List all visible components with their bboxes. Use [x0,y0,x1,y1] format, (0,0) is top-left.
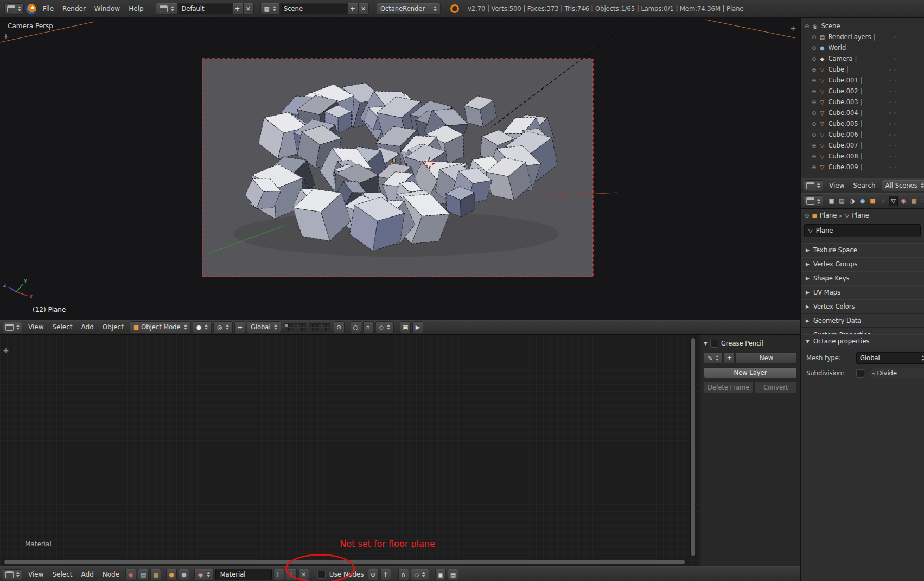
properties-tab[interactable]: + [878,196,888,206]
menu-item[interactable]: Object [98,323,128,331]
delete-scene-button[interactable]: × [358,3,369,15]
compositing-nodes-tab[interactable]: ▤ [138,569,149,580]
region-expand-icon[interactable]: + [3,347,9,354]
expander-icon[interactable] [805,22,809,30]
panel-header[interactable]: ▶ Shape Keys [801,271,924,285]
editor-type-button-info[interactable] [4,3,24,15]
layers-widget[interactable] [285,323,330,331]
editor-type-button-3d-view[interactable] [3,322,22,333]
shader-nodes-tab[interactable]: ◉ [125,569,136,580]
properties-tab[interactable]: ▣ [827,196,836,206]
octane-panel-header[interactable]: ▼ Octane properties [801,334,924,348]
render-engine-dropdown[interactable]: OctaneRender [377,3,441,15]
mesh-type-dropdown[interactable]: Global [856,352,924,364]
panel-header[interactable]: ▶ Vertex Groups [801,257,924,271]
expander-icon[interactable] [812,98,816,106]
layers-grid-1[interactable] [285,323,306,331]
menu-item[interactable]: Select [48,571,77,578]
panel-header[interactable]: ▶ Texture Space [801,243,924,257]
outliner-row[interactable]: Cube.007 | [802,140,923,151]
outliner-row[interactable]: World [802,42,923,53]
transform-orientation-dropdown[interactable]: Global [247,321,281,333]
expander-icon[interactable] [812,76,816,84]
outliner-row[interactable]: RenderLayers | [802,31,923,42]
expander-icon[interactable] [812,131,816,138]
mode-dropdown[interactable]: ■ Object Mode [130,321,191,333]
editor-type-button-properties[interactable] [804,195,823,207]
expander-icon[interactable] [812,87,816,95]
outliner-row[interactable]: Cube.009 | [802,162,923,173]
menu-item[interactable]: Select [48,323,77,331]
material-name-field[interactable]: Material [215,569,272,580]
menu-item[interactable]: Search [849,182,880,189]
new-layer-button[interactable]: New Layer [704,367,797,378]
object-shader-toggle[interactable]: ● [166,569,177,580]
texture-nodes-tab[interactable]: ▩ [150,569,161,580]
expander-icon[interactable] [812,66,816,73]
pivot-point-dropdown[interactable]: ◎ [213,321,233,333]
datablock-name-field[interactable]: ▽ Plane [804,224,921,237]
screen-layout-browse-button[interactable] [156,3,178,15]
scene-name[interactable]: Scene [280,3,347,15]
delete-frame-button[interactable]: Delete Frame [704,381,753,393]
material-browse-button[interactable]: ◉ [194,569,214,580]
world-shader-toggle[interactable]: ● [179,569,189,580]
properties-tab[interactable]: ▽ [889,196,898,206]
properties-tab[interactable]: ▩ [909,196,919,206]
properties-tab[interactable]: ◑ [847,196,857,206]
outliner-row[interactable]: Scene [802,21,923,31]
pin-icon[interactable]: ⊙ [805,213,809,219]
expander-icon[interactable] [812,44,816,52]
editor-type-button-node[interactable] [3,569,22,580]
opengl-render-button[interactable]: ▣ [400,321,411,333]
region-expand-icon[interactable]: + [3,32,9,40]
backdrop-toggle[interactable]: ▣ [435,569,446,580]
add-screen-layout-button[interactable]: + [232,3,243,15]
manipulator-toggle[interactable]: ↔ [234,321,245,333]
layers-grid-2[interactable] [309,323,330,331]
menu-item[interactable]: View [24,323,48,331]
auto-render-toggle[interactable]: ▤ [448,569,458,580]
snap-toggle[interactable]: ∩ [363,321,374,333]
menu-item[interactable]: Node [98,571,124,578]
panel-header[interactable]: ▶ Vertex Colors [801,299,924,314]
panel-header[interactable]: ▶ UV Maps [801,285,924,299]
expander-icon[interactable] [812,109,816,117]
snap-mode-dropdown[interactable]: ◇ [411,569,429,580]
expander-icon[interactable] [812,120,816,127]
parent-node-tree-button[interactable]: ↑ [380,569,391,580]
menu-item[interactable]: Window [90,5,124,12]
viewport-shading-dropdown[interactable]: ● [193,321,212,333]
menu-item[interactable]: Add [77,571,98,578]
outliner-row[interactable]: Cube.005 | [802,118,923,129]
region-expand-icon[interactable]: + [790,24,796,32]
expander-icon[interactable] [812,55,816,62]
properties-tab[interactable]: ● [858,196,867,206]
fake-user-button[interactable]: F [273,569,284,580]
expander-icon[interactable] [812,142,816,149]
grease-pencil-draw-dropdown[interactable]: ✎ [704,352,723,364]
editor-type-button-outliner[interactable] [804,180,823,191]
add-scene-button[interactable]: + [347,3,358,15]
opengl-render-anim-button[interactable]: ▶ [412,321,423,333]
pin-button[interactable]: ⊙ [368,569,379,580]
panel-expand-icon[interactable]: ▼ [704,341,708,346]
properties-tab[interactable]: ◉ [899,196,908,206]
vertical-scrollbar[interactable] [690,337,696,557]
grease-pencil-new-button[interactable]: New [736,352,797,364]
screen-layout-name[interactable]: Default [178,3,232,15]
viewport-canvas[interactable]: x y z [0,18,800,321]
menu-item[interactable]: File [39,5,58,12]
outliner-row[interactable]: Cube.003 | [802,97,923,107]
subdivision-checkbox[interactable] [856,369,864,378]
outliner-filter-dropdown[interactable]: All Scenes [882,180,924,191]
outliner-row[interactable]: Cube.006 | [802,129,923,140]
expander-icon[interactable] [812,152,816,160]
convert-button[interactable]: Convert [754,381,797,393]
menu-item[interactable]: View [24,571,48,578]
panel-header[interactable]: ▶ Geometry Data [801,314,924,328]
delete-screen-layout-button[interactable]: × [243,3,254,15]
outliner-row[interactable]: Cube.004 | [802,107,923,118]
lock-camera-toggle[interactable]: ⊙ [334,321,345,333]
outliner-row[interactable]: Cube.001 | [802,75,923,86]
